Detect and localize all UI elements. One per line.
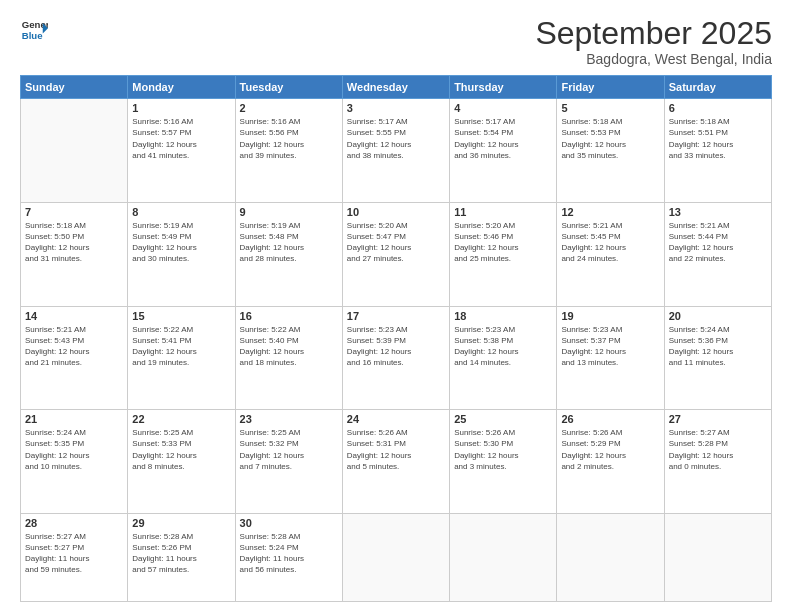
table-row: 30Sunrise: 5:28 AM Sunset: 5:24 PM Dayli…: [235, 513, 342, 601]
day-info: Sunrise: 5:25 AM Sunset: 5:32 PM Dayligh…: [240, 427, 338, 472]
day-number: 7: [25, 206, 123, 218]
table-row: 19Sunrise: 5:23 AM Sunset: 5:37 PM Dayli…: [557, 306, 664, 410]
day-number: 14: [25, 310, 123, 322]
day-number: 2: [240, 102, 338, 114]
table-row: 14Sunrise: 5:21 AM Sunset: 5:43 PM Dayli…: [21, 306, 128, 410]
day-number: 4: [454, 102, 552, 114]
header-monday: Monday: [128, 76, 235, 99]
table-row: 13Sunrise: 5:21 AM Sunset: 5:44 PM Dayli…: [664, 202, 771, 306]
day-info: Sunrise: 5:21 AM Sunset: 5:45 PM Dayligh…: [561, 220, 659, 265]
day-info: Sunrise: 5:24 AM Sunset: 5:36 PM Dayligh…: [669, 324, 767, 369]
calendar: Sunday Monday Tuesday Wednesday Thursday…: [20, 75, 772, 602]
page: General Blue September 2025 Bagdogra, We…: [0, 0, 792, 612]
day-number: 10: [347, 206, 445, 218]
table-row: 12Sunrise: 5:21 AM Sunset: 5:45 PM Dayli…: [557, 202, 664, 306]
table-row: [450, 513, 557, 601]
logo-icon: General Blue: [20, 16, 48, 44]
day-info: Sunrise: 5:21 AM Sunset: 5:43 PM Dayligh…: [25, 324, 123, 369]
table-row: 2Sunrise: 5:16 AM Sunset: 5:56 PM Daylig…: [235, 99, 342, 203]
day-number: 17: [347, 310, 445, 322]
calendar-header-row: Sunday Monday Tuesday Wednesday Thursday…: [21, 76, 772, 99]
table-row: 29Sunrise: 5:28 AM Sunset: 5:26 PM Dayli…: [128, 513, 235, 601]
table-row: [664, 513, 771, 601]
day-info: Sunrise: 5:18 AM Sunset: 5:51 PM Dayligh…: [669, 116, 767, 161]
header-thursday: Thursday: [450, 76, 557, 99]
day-info: Sunrise: 5:26 AM Sunset: 5:30 PM Dayligh…: [454, 427, 552, 472]
day-number: 13: [669, 206, 767, 218]
day-number: 19: [561, 310, 659, 322]
day-info: Sunrise: 5:17 AM Sunset: 5:55 PM Dayligh…: [347, 116, 445, 161]
day-number: 3: [347, 102, 445, 114]
table-row: 21Sunrise: 5:24 AM Sunset: 5:35 PM Dayli…: [21, 410, 128, 514]
day-number: 12: [561, 206, 659, 218]
day-number: 6: [669, 102, 767, 114]
table-row: 5Sunrise: 5:18 AM Sunset: 5:53 PM Daylig…: [557, 99, 664, 203]
table-row: 9Sunrise: 5:19 AM Sunset: 5:48 PM Daylig…: [235, 202, 342, 306]
month-title: September 2025: [535, 16, 772, 51]
day-number: 21: [25, 413, 123, 425]
table-row: 15Sunrise: 5:22 AM Sunset: 5:41 PM Dayli…: [128, 306, 235, 410]
table-row: 22Sunrise: 5:25 AM Sunset: 5:33 PM Dayli…: [128, 410, 235, 514]
table-row: 3Sunrise: 5:17 AM Sunset: 5:55 PM Daylig…: [342, 99, 449, 203]
day-info: Sunrise: 5:18 AM Sunset: 5:50 PM Dayligh…: [25, 220, 123, 265]
table-row: 1Sunrise: 5:16 AM Sunset: 5:57 PM Daylig…: [128, 99, 235, 203]
table-row: 17Sunrise: 5:23 AM Sunset: 5:39 PM Dayli…: [342, 306, 449, 410]
day-number: 28: [25, 517, 123, 529]
day-number: 1: [132, 102, 230, 114]
day-info: Sunrise: 5:23 AM Sunset: 5:37 PM Dayligh…: [561, 324, 659, 369]
table-row: 4Sunrise: 5:17 AM Sunset: 5:54 PM Daylig…: [450, 99, 557, 203]
table-row: 16Sunrise: 5:22 AM Sunset: 5:40 PM Dayli…: [235, 306, 342, 410]
day-number: 9: [240, 206, 338, 218]
day-info: Sunrise: 5:27 AM Sunset: 5:28 PM Dayligh…: [669, 427, 767, 472]
day-number: 5: [561, 102, 659, 114]
table-row: 18Sunrise: 5:23 AM Sunset: 5:38 PM Dayli…: [450, 306, 557, 410]
day-info: Sunrise: 5:19 AM Sunset: 5:49 PM Dayligh…: [132, 220, 230, 265]
day-number: 30: [240, 517, 338, 529]
day-info: Sunrise: 5:23 AM Sunset: 5:38 PM Dayligh…: [454, 324, 552, 369]
day-number: 8: [132, 206, 230, 218]
day-info: Sunrise: 5:18 AM Sunset: 5:53 PM Dayligh…: [561, 116, 659, 161]
location: Bagdogra, West Bengal, India: [535, 51, 772, 67]
svg-text:Blue: Blue: [22, 30, 43, 41]
day-info: Sunrise: 5:28 AM Sunset: 5:24 PM Dayligh…: [240, 531, 338, 576]
day-info: Sunrise: 5:23 AM Sunset: 5:39 PM Dayligh…: [347, 324, 445, 369]
header: General Blue September 2025 Bagdogra, We…: [20, 16, 772, 67]
day-info: Sunrise: 5:26 AM Sunset: 5:31 PM Dayligh…: [347, 427, 445, 472]
day-number: 24: [347, 413, 445, 425]
day-info: Sunrise: 5:28 AM Sunset: 5:26 PM Dayligh…: [132, 531, 230, 576]
table-row: 6Sunrise: 5:18 AM Sunset: 5:51 PM Daylig…: [664, 99, 771, 203]
table-row: [21, 99, 128, 203]
day-number: 25: [454, 413, 552, 425]
table-row: 20Sunrise: 5:24 AM Sunset: 5:36 PM Dayli…: [664, 306, 771, 410]
table-row: 7Sunrise: 5:18 AM Sunset: 5:50 PM Daylig…: [21, 202, 128, 306]
day-number: 27: [669, 413, 767, 425]
day-info: Sunrise: 5:22 AM Sunset: 5:40 PM Dayligh…: [240, 324, 338, 369]
day-info: Sunrise: 5:19 AM Sunset: 5:48 PM Dayligh…: [240, 220, 338, 265]
day-info: Sunrise: 5:26 AM Sunset: 5:29 PM Dayligh…: [561, 427, 659, 472]
table-row: 23Sunrise: 5:25 AM Sunset: 5:32 PM Dayli…: [235, 410, 342, 514]
header-saturday: Saturday: [664, 76, 771, 99]
day-info: Sunrise: 5:16 AM Sunset: 5:57 PM Dayligh…: [132, 116, 230, 161]
day-number: 29: [132, 517, 230, 529]
day-info: Sunrise: 5:22 AM Sunset: 5:41 PM Dayligh…: [132, 324, 230, 369]
table-row: 11Sunrise: 5:20 AM Sunset: 5:46 PM Dayli…: [450, 202, 557, 306]
table-row: [557, 513, 664, 601]
table-row: [342, 513, 449, 601]
table-row: 27Sunrise: 5:27 AM Sunset: 5:28 PM Dayli…: [664, 410, 771, 514]
day-info: Sunrise: 5:21 AM Sunset: 5:44 PM Dayligh…: [669, 220, 767, 265]
day-number: 11: [454, 206, 552, 218]
day-info: Sunrise: 5:24 AM Sunset: 5:35 PM Dayligh…: [25, 427, 123, 472]
table-row: 26Sunrise: 5:26 AM Sunset: 5:29 PM Dayli…: [557, 410, 664, 514]
day-number: 22: [132, 413, 230, 425]
day-number: 23: [240, 413, 338, 425]
table-row: 10Sunrise: 5:20 AM Sunset: 5:47 PM Dayli…: [342, 202, 449, 306]
day-info: Sunrise: 5:27 AM Sunset: 5:27 PM Dayligh…: [25, 531, 123, 576]
day-info: Sunrise: 5:20 AM Sunset: 5:46 PM Dayligh…: [454, 220, 552, 265]
table-row: 25Sunrise: 5:26 AM Sunset: 5:30 PM Dayli…: [450, 410, 557, 514]
header-tuesday: Tuesday: [235, 76, 342, 99]
table-row: 28Sunrise: 5:27 AM Sunset: 5:27 PM Dayli…: [21, 513, 128, 601]
day-info: Sunrise: 5:20 AM Sunset: 5:47 PM Dayligh…: [347, 220, 445, 265]
day-info: Sunrise: 5:17 AM Sunset: 5:54 PM Dayligh…: [454, 116, 552, 161]
day-number: 20: [669, 310, 767, 322]
day-number: 26: [561, 413, 659, 425]
